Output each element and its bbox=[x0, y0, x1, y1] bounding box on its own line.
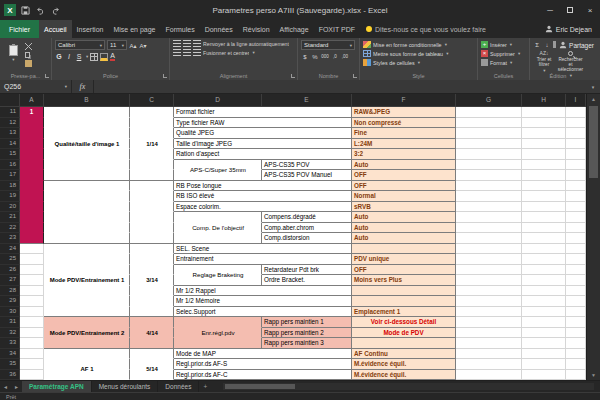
col-header-B[interactable]: B bbox=[44, 94, 130, 107]
cell-I35[interactable] bbox=[566, 359, 586, 370]
cell-B22[interactable] bbox=[44, 223, 130, 234]
vertical-scroll-thumb[interactable] bbox=[589, 106, 598, 178]
cell-A23[interactable] bbox=[20, 233, 44, 244]
percent-button[interactable]: % bbox=[311, 52, 319, 61]
borders-button[interactable] bbox=[90, 53, 98, 61]
cell-A30[interactable] bbox=[20, 307, 44, 318]
cell-F31[interactable]: Voir ci-dessous Détail bbox=[352, 317, 456, 328]
cell-F36[interactable]: M.évidence équil. bbox=[352, 370, 456, 381]
cell-B12[interactable] bbox=[44, 118, 130, 129]
cell-D12[interactable]: Type fichier RAW bbox=[174, 118, 352, 129]
row-header-20[interactable]: 20 bbox=[0, 202, 20, 213]
cell-H23[interactable] bbox=[522, 233, 566, 244]
conditional-formatting-button[interactable]: Mise en forme conditionnelle▾ bbox=[363, 40, 474, 49]
cell-F17[interactable]: OFF bbox=[352, 170, 456, 181]
cell-G13[interactable] bbox=[456, 128, 522, 139]
cell-D29[interactable]: Mr 1/2 Mémoire bbox=[174, 296, 352, 307]
cell-F34[interactable]: AF Continu bbox=[352, 349, 456, 360]
cell-G30[interactable] bbox=[456, 307, 522, 318]
cell-C36[interactable] bbox=[130, 370, 174, 381]
cell-H16[interactable] bbox=[522, 160, 566, 171]
cell-B29[interactable] bbox=[44, 296, 130, 307]
cell-H32[interactable] bbox=[522, 328, 566, 339]
restore-button[interactable] bbox=[560, 0, 580, 20]
cell-D11[interactable]: Format fichier bbox=[174, 107, 352, 118]
cell-I27[interactable] bbox=[566, 275, 586, 286]
new-sheet-button[interactable]: + bbox=[199, 381, 211, 392]
cell-I20[interactable] bbox=[566, 202, 586, 213]
cell-B20[interactable] bbox=[44, 202, 130, 213]
cell-C21[interactable] bbox=[130, 212, 174, 223]
cell-C33[interactable] bbox=[130, 338, 174, 349]
redo-button[interactable] bbox=[49, 3, 61, 17]
cell-H30[interactable] bbox=[522, 307, 566, 318]
col-header-H[interactable]: H bbox=[522, 94, 566, 107]
cell-I11[interactable] bbox=[566, 107, 586, 118]
row-header-16[interactable]: 16 bbox=[0, 160, 20, 171]
cell-G22[interactable] bbox=[456, 223, 522, 234]
cell-G12[interactable] bbox=[456, 118, 522, 129]
cell-H25[interactable] bbox=[522, 254, 566, 265]
cell-F19[interactable]: Normal bbox=[352, 191, 456, 202]
cell-E22[interactable]: Comp.aber.chrom bbox=[262, 223, 352, 234]
cell-B15[interactable] bbox=[44, 149, 130, 160]
thousands-button[interactable]: 000 bbox=[321, 52, 329, 61]
cell-A20[interactable] bbox=[20, 202, 44, 213]
sheet-nav-prev-icon[interactable]: ◄ bbox=[0, 381, 11, 392]
cell-D18[interactable]: RB Pose longue bbox=[174, 181, 352, 192]
cell-E32[interactable]: Rapp pers maintien 2 bbox=[262, 328, 352, 339]
cell-B23[interactable] bbox=[44, 233, 130, 244]
cell-I34[interactable] bbox=[566, 349, 586, 360]
italic-button[interactable]: I bbox=[65, 53, 73, 60]
cell-D28[interactable]: Mr 1/2 Rappel bbox=[174, 286, 352, 297]
cell-G26[interactable] bbox=[456, 265, 522, 276]
cell-C35[interactable] bbox=[130, 359, 174, 370]
cell-G29[interactable] bbox=[456, 296, 522, 307]
cell-I23[interactable] bbox=[566, 233, 586, 244]
copy-icon[interactable] bbox=[25, 52, 30, 58]
cell-F30[interactable]: Emplacement 1 bbox=[352, 307, 456, 318]
row-header-23[interactable]: 23 bbox=[0, 233, 20, 244]
tab-formules[interactable]: Formules bbox=[160, 20, 199, 38]
col-header-C[interactable]: C bbox=[130, 94, 174, 107]
format-cells-button[interactable]: Format▾ bbox=[481, 58, 526, 67]
cell-B35[interactable] bbox=[44, 359, 130, 370]
cell-D30[interactable]: Selec.Support bbox=[174, 307, 352, 318]
cell-C17[interactable] bbox=[130, 170, 174, 181]
close-button[interactable]: × bbox=[580, 0, 600, 20]
row-header-28[interactable]: 28 bbox=[0, 286, 20, 297]
cell-I14[interactable] bbox=[566, 139, 586, 150]
cell-E21[interactable]: Compens.dégradé bbox=[262, 212, 352, 223]
tell-me-box[interactable]: Dites-nous ce que vous voulez faire bbox=[360, 20, 492, 38]
row-header-17[interactable]: 17 bbox=[0, 170, 20, 181]
cell-B26[interactable] bbox=[44, 265, 130, 276]
row-header-33[interactable]: 33 bbox=[0, 338, 20, 349]
cell-F29[interactable] bbox=[352, 296, 456, 307]
cell-D20[interactable]: Espace colorim. bbox=[174, 202, 352, 213]
row-header-31[interactable]: 31 bbox=[0, 317, 20, 328]
cell-B33[interactable] bbox=[44, 338, 130, 349]
cell-A24[interactable] bbox=[20, 244, 44, 255]
cell-D31[interactable] bbox=[174, 317, 262, 328]
col-header-F[interactable]: F bbox=[352, 94, 456, 107]
cell-D25[interactable]: Entrainement bbox=[174, 254, 352, 265]
cell-H20[interactable] bbox=[522, 202, 566, 213]
cell-G20[interactable] bbox=[456, 202, 522, 213]
cell-G32[interactable] bbox=[456, 328, 522, 339]
cell-H36[interactable] bbox=[522, 370, 566, 381]
cell-G21[interactable] bbox=[456, 212, 522, 223]
tab-revision[interactable]: Révision bbox=[238, 20, 275, 38]
col-header-E[interactable]: E bbox=[262, 94, 352, 107]
cell-I32[interactable] bbox=[566, 328, 586, 339]
align-left-button[interactable] bbox=[173, 49, 181, 56]
undo-button[interactable] bbox=[34, 3, 46, 17]
cell-H29[interactable] bbox=[522, 296, 566, 307]
underline-button[interactable]: S bbox=[75, 53, 83, 60]
cell-B17[interactable] bbox=[44, 170, 130, 181]
row-header-24[interactable]: 24 bbox=[0, 244, 20, 255]
row-header-25[interactable]: 25 bbox=[0, 254, 20, 265]
cell-A33[interactable] bbox=[20, 338, 44, 349]
cell-B11[interactable] bbox=[44, 107, 130, 118]
cell-I15[interactable] bbox=[566, 149, 586, 160]
vertical-scrollbar[interactable]: ▲ ▼ bbox=[586, 94, 600, 380]
